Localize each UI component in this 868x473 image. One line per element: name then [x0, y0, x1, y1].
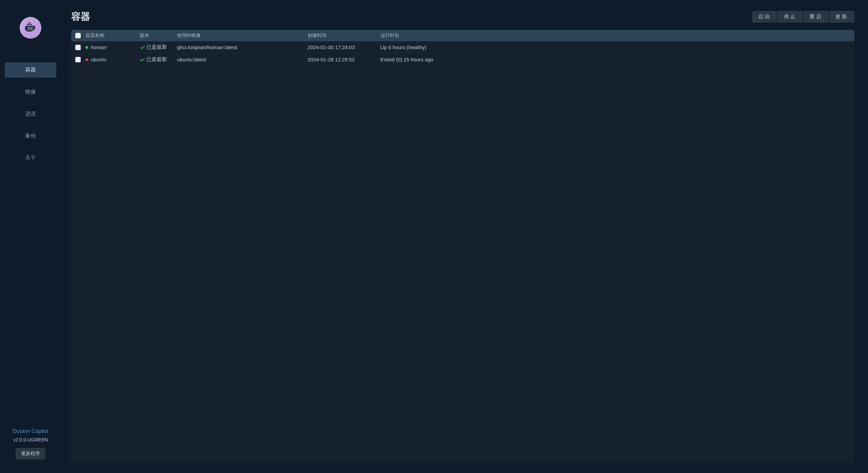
- main-content: 容器 启动 停止 重启 更新 容器名称 版本 使用的镜像 创建时间 运行时长: [61, 0, 868, 473]
- status-dot-icon: [85, 58, 88, 61]
- container-name: ubuntu: [91, 57, 106, 62]
- status-dot-icon: [85, 46, 88, 49]
- containers-table: 容器名称 版本 使用的镜像 创建时间 运行时长 homarr 已是最新 ghcr…: [71, 30, 854, 463]
- nav-item-label: 备份: [25, 133, 36, 139]
- check-icon: [140, 45, 145, 50]
- row-version-cell: 已是最新: [140, 44, 177, 50]
- nav-item-containers[interactable]: 容器: [5, 62, 56, 78]
- start-button[interactable]: 启动: [752, 11, 777, 23]
- row-image: ubuntu:latest: [177, 57, 308, 62]
- row-checkbox-col: [75, 45, 85, 50]
- row-name-cell: ubuntu: [85, 57, 140, 62]
- stop-button[interactable]: 停止: [778, 11, 803, 23]
- nav-item-backup[interactable]: 备份: [5, 128, 56, 144]
- version-status: 已是最新: [146, 56, 167, 63]
- docker-copilot-icon: DC: [22, 20, 39, 36]
- header-runtime: 运行时长: [380, 33, 850, 39]
- svg-rect-3: [29, 22, 30, 23]
- svg-rect-2: [31, 24, 32, 25]
- nav-item-progress[interactable]: 进度: [5, 106, 56, 122]
- action-button-group: 启动 停止 重启 更新: [752, 11, 854, 23]
- nav-item-images[interactable]: 镜像: [5, 84, 56, 100]
- row-checkbox[interactable]: [75, 45, 81, 50]
- app-name: Docker Copilot: [13, 428, 48, 434]
- nav-item-about[interactable]: 关于: [5, 150, 56, 166]
- update-app-button[interactable]: 更新程序: [16, 448, 45, 459]
- nav-item-label: 关于: [25, 155, 36, 161]
- restart-button[interactable]: 重启: [804, 11, 829, 23]
- row-created: 2024-01-30 17:24:03: [308, 44, 380, 50]
- nav-item-label: 进度: [25, 111, 36, 117]
- row-runtime: Exited (0) 25 hours ago: [380, 57, 850, 62]
- header-name: 容器名称: [85, 33, 140, 39]
- page-title: 容器: [71, 10, 90, 23]
- row-created: 2024-01-28 12:25:52: [308, 57, 380, 62]
- row-name-cell: homarr: [85, 44, 140, 50]
- page-header: 容器 启动 停止 重启 更新: [71, 10, 854, 23]
- row-version-cell: 已是最新: [140, 56, 177, 63]
- svg-rect-0: [27, 24, 28, 25]
- version-status: 已是最新: [146, 44, 167, 50]
- row-checkbox[interactable]: [75, 57, 81, 62]
- sidebar: DC 容器 镜像 进度 备份 关于 Docker Copilot v2.0.0-…: [0, 0, 61, 473]
- svg-text:DC: DC: [28, 26, 33, 30]
- row-checkbox-col: [75, 57, 85, 62]
- container-name: homarr: [91, 44, 107, 50]
- update-button[interactable]: 更新: [829, 11, 854, 23]
- svg-rect-1: [29, 24, 30, 25]
- table-row[interactable]: ubuntu 已是最新 ubuntu:latest 2024-01-28 12:…: [71, 54, 854, 66]
- select-all-checkbox[interactable]: [75, 33, 81, 38]
- app-version: v2.0.0-UGREEN: [13, 437, 48, 443]
- row-runtime: Up 5 hours (healthy): [380, 44, 850, 50]
- header-version: 版本: [140, 33, 177, 39]
- nav-menu: 容器 镜像 进度 备份 关于: [0, 62, 61, 166]
- nav-item-label: 镜像: [25, 89, 36, 95]
- header-image: 使用的镜像: [177, 33, 308, 39]
- header-checkbox-col: [75, 33, 85, 38]
- sidebar-footer: Docker Copilot v2.0.0-UGREEN 更新程序: [13, 428, 48, 459]
- table-row[interactable]: homarr 已是最新 ghcr.io/ajnart/homarr:latest…: [71, 41, 854, 54]
- check-icon: [140, 57, 145, 62]
- row-image: ghcr.io/ajnart/homarr:latest: [177, 44, 308, 50]
- app-logo: DC: [20, 17, 41, 39]
- header-created: 创建时间: [308, 33, 380, 39]
- table-header: 容器名称 版本 使用的镜像 创建时间 运行时长: [71, 30, 854, 41]
- nav-item-label: 容器: [25, 67, 36, 73]
